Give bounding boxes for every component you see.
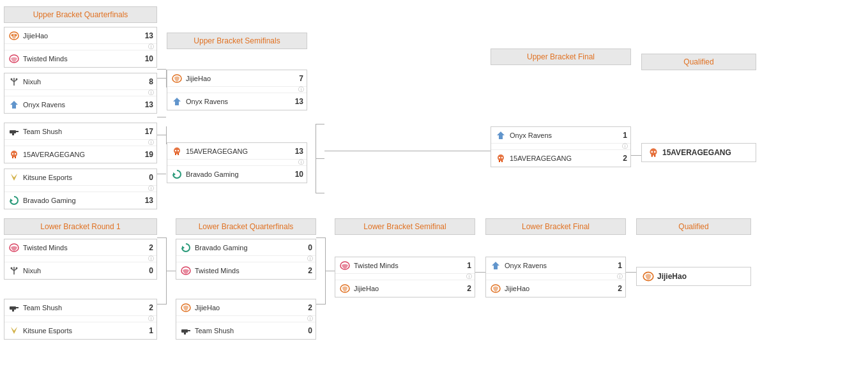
svg-marker-9 (10, 101, 18, 109)
team-row: JijieHao 2 (335, 280, 475, 297)
match-ubs1: JijieHao 7 ⓘ Onyx Ravens 13 (167, 70, 307, 110)
ubf-label: Upper Bracket Final (491, 49, 631, 65)
team-row: Nixuh 8 (4, 73, 156, 90)
gun-icon (8, 301, 20, 314)
lbr1-label: Lower Bracket Round 1 (4, 218, 157, 235)
h-line (157, 304, 166, 305)
h-lines-lbq (316, 237, 325, 305)
team-row: 15AVERAGEGANG 13 (167, 143, 307, 160)
long-h-line (324, 151, 491, 151)
svg-point-33 (650, 148, 657, 155)
lower-round1-col: Lower Bracket Round 1 Twisted Minds 2 ⓘ … (4, 218, 157, 340)
arrow-blue-icon (171, 95, 183, 108)
kitsune-icon (8, 171, 20, 184)
brain-orange-icon (642, 270, 655, 283)
kitsune-icon (8, 324, 20, 337)
team-name: Nixuh (23, 78, 141, 86)
h-lines-lbr1 (157, 237, 166, 305)
info-row: ⓘ (486, 274, 625, 280)
team-score: 10 (291, 170, 303, 179)
match-lbr1-2: Team Shush 2 ⓘ Kitsune Esports 1 (4, 299, 157, 340)
team-row: Kitsune Esports 0 (4, 169, 156, 186)
team-score: 2 (609, 284, 622, 293)
team-name: Team Shush (23, 304, 141, 312)
team-row: Bravado Gaming 13 (4, 192, 156, 209)
svg-point-21 (174, 147, 180, 154)
team-score: 2 (614, 154, 627, 163)
svg-point-13 (11, 151, 17, 157)
info-row: ⓘ (4, 256, 156, 262)
team-score: 2 (141, 243, 153, 252)
lbf-label: Lower Bracket Final (485, 218, 626, 235)
gun-icon (8, 125, 20, 138)
team-name: JijieHao (354, 285, 459, 292)
conn-row-1b (157, 87, 167, 117)
svg-marker-26 (173, 172, 176, 176)
h-line (316, 237, 325, 238)
ubs-label: Upper Bracket Semifinals (167, 33, 307, 49)
svg-point-28 (498, 154, 504, 161)
svg-point-32 (501, 157, 503, 158)
svg-point-42 (11, 267, 13, 269)
brain-orange-icon (8, 29, 20, 42)
team-row: Twisted Minds 10 (4, 50, 156, 67)
h-line (316, 304, 325, 305)
info-row: ⓘ (4, 90, 156, 96)
skull-orange-icon (8, 148, 20, 161)
svg-rect-15 (15, 156, 16, 158)
match-ubq1: JijieHao 13 ⓘ Twisted Minds 10 (4, 27, 157, 68)
team-row: Team Shush 2 (4, 299, 156, 316)
h-line-mid (167, 271, 176, 271)
upper-quarterfinals-col: Upper Bracket Quarterfinals JijieHao 13 … (4, 6, 157, 209)
vert-join-2 (157, 126, 167, 174)
team-row: 15AVERAGEGANG 2 (491, 150, 630, 167)
lbs-spacer: Twisted Minds 1 ⓘ JijieHao 2 (335, 257, 475, 297)
lbq-label: Lower Bracket Quarterfinals (176, 218, 316, 235)
svg-point-2 (15, 34, 17, 36)
brain-pink-icon (8, 52, 20, 65)
team-name: Twisted Minds (23, 244, 141, 252)
team-row: JijieHao 2 (176, 299, 316, 316)
team-name: Twisted Minds (195, 267, 300, 274)
qualified-spacer-lower: JijieHao (636, 267, 751, 286)
brain-pink-icon (339, 259, 351, 272)
info-row: ⓘ (167, 160, 307, 166)
fork-icon (8, 264, 20, 277)
connector-ubs-ubf-inner (307, 124, 324, 159)
info-row: ⓘ (335, 274, 475, 280)
svg-rect-22 (175, 153, 176, 155)
team-score: 2 (300, 303, 312, 312)
svg-point-8 (16, 78, 18, 80)
vert-join-1 (157, 70, 167, 117)
svg-rect-46 (12, 310, 14, 312)
h-line (157, 237, 166, 238)
team-name: Team Shush (195, 327, 300, 335)
team-row: JijieHao 2 (486, 280, 625, 297)
h-line-mid (316, 158, 324, 159)
team-score: 10 (141, 54, 153, 63)
team-score: 13 (291, 147, 303, 156)
team-row: Onyx Ravens 1 (486, 257, 625, 274)
team-score: 7 (291, 74, 303, 83)
connector-ubq-ubs (157, 42, 167, 174)
brain-pink-icon (8, 241, 20, 254)
connector-lbq-lbs (316, 218, 335, 305)
team-score: 0 (300, 326, 312, 335)
lower-bracket: Lower Bracket Round 1 Twisted Minds 2 ⓘ … (4, 218, 864, 340)
info-row: ⓘ (167, 87, 307, 93)
info-row: ⓘ (4, 186, 156, 192)
lbq-lbs-lines (316, 237, 335, 305)
team-score: 1 (614, 131, 627, 140)
svg-rect-10 (10, 130, 16, 133)
lbr1-lbq-lines (157, 237, 176, 305)
lower-semis-col: Lower Bracket Semifinal Twisted Minds 1 … (335, 218, 475, 297)
team-row: Onyx Ravens 13 (167, 93, 307, 110)
upper-qualified-col: Qualified 15AVERAGEGANG (641, 54, 756, 162)
connector-lbs-lbf (475, 218, 485, 273)
svg-rect-50 (181, 329, 188, 333)
lower-quarters-col: Lower Bracket Quarterfinals Bravado Gami… (176, 218, 316, 340)
svg-marker-27 (497, 132, 505, 139)
svg-rect-14 (12, 156, 13, 158)
svg-point-24 (175, 149, 176, 151)
match-lbq1: Bravado Gaming 0 ⓘ Twisted Minds 2 (176, 239, 316, 280)
